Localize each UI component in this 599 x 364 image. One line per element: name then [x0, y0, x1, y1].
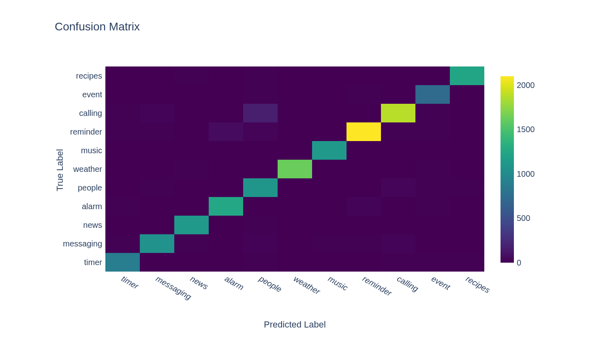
heatmap-cell[interactable] — [381, 85, 415, 104]
heatmap-cell[interactable] — [105, 216, 140, 234]
heatmap-cell[interactable] — [209, 85, 243, 104]
heatmap-cell[interactable] — [312, 234, 347, 253]
heatmap-cell[interactable] — [278, 122, 312, 141]
heatmap-cell[interactable] — [105, 85, 140, 104]
heatmap-cell[interactable] — [450, 216, 484, 234]
heatmap-cell[interactable] — [415, 85, 450, 104]
heatmap-cell[interactable] — [312, 160, 347, 178]
heatmap-cell[interactable] — [450, 66, 484, 85]
heatmap-cell[interactable] — [347, 197, 381, 216]
heatmap-cell[interactable] — [243, 66, 278, 85]
heatmap-cell[interactable] — [347, 141, 381, 160]
heatmap-cell[interactable] — [140, 85, 174, 104]
heatmap-cell[interactable] — [278, 216, 312, 234]
heatmap-cell[interactable] — [174, 253, 209, 272]
heatmap-cell[interactable] — [140, 253, 174, 272]
heatmap-cell[interactable] — [209, 253, 243, 272]
heatmap-cell[interactable] — [209, 141, 243, 160]
heatmap-cell[interactable] — [312, 141, 347, 160]
heatmap-cell[interactable] — [347, 66, 381, 85]
heatmap-cell[interactable] — [174, 160, 209, 178]
heatmap-cell[interactable] — [243, 85, 278, 104]
heatmap-cell[interactable] — [450, 85, 484, 104]
heatmap-cell[interactable] — [174, 234, 209, 253]
heatmap-cell[interactable] — [450, 122, 484, 141]
heatmap-cell[interactable] — [312, 178, 347, 197]
heatmap-cell[interactable] — [347, 253, 381, 272]
heatmap-cell[interactable] — [450, 234, 484, 253]
heatmap-cell[interactable] — [140, 104, 174, 122]
heatmap-cell[interactable] — [243, 104, 278, 122]
heatmap-cell[interactable] — [140, 160, 174, 178]
heatmap-cell[interactable] — [347, 178, 381, 197]
heatmap-cell[interactable] — [278, 66, 312, 85]
heatmap-cell[interactable] — [347, 85, 381, 104]
heatmap-cell[interactable] — [174, 141, 209, 160]
heatmap-cell[interactable] — [174, 178, 209, 197]
heatmap-cell[interactable] — [209, 234, 243, 253]
heatmap-cell[interactable] — [312, 197, 347, 216]
heatmap-cell[interactable] — [140, 234, 174, 253]
heatmap-cell[interactable] — [243, 197, 278, 216]
heatmap-cell[interactable] — [105, 160, 140, 178]
heatmap-cell[interactable] — [381, 122, 415, 141]
heatmap-cell[interactable] — [278, 178, 312, 197]
heatmap-cell[interactable] — [243, 141, 278, 160]
heatmap-cell[interactable] — [174, 122, 209, 141]
heatmap-cell[interactable] — [243, 234, 278, 253]
heatmap-cell[interactable] — [415, 66, 450, 85]
heatmap-cell[interactable] — [174, 104, 209, 122]
heatmap-cell[interactable] — [174, 66, 209, 85]
heatmap-cell[interactable] — [381, 216, 415, 234]
heatmap-cell[interactable] — [105, 178, 140, 197]
heatmap-cell[interactable] — [312, 66, 347, 85]
heatmap-cell[interactable] — [209, 160, 243, 178]
heatmap-cell[interactable] — [140, 197, 174, 216]
heatmap-cell[interactable] — [243, 253, 278, 272]
heatmap-cell[interactable] — [381, 104, 415, 122]
heatmap-cell[interactable] — [381, 66, 415, 85]
heatmap-cell[interactable] — [105, 253, 140, 272]
heatmap-cell[interactable] — [243, 122, 278, 141]
heatmap-cell[interactable] — [450, 141, 484, 160]
heatmap-cell[interactable] — [450, 104, 484, 122]
heatmap-cell[interactable] — [415, 216, 450, 234]
heatmap-cell[interactable] — [312, 104, 347, 122]
heatmap-cell[interactable] — [278, 104, 312, 122]
heatmap-cell[interactable] — [209, 197, 243, 216]
heatmap-cell[interactable] — [381, 253, 415, 272]
heatmap-cell[interactable] — [174, 197, 209, 216]
heatmap-cell[interactable] — [278, 253, 312, 272]
heatmap-cell[interactable] — [415, 122, 450, 141]
heatmap-cell[interactable] — [140, 216, 174, 234]
heatmap-cell[interactable] — [209, 104, 243, 122]
heatmap-cell[interactable] — [243, 178, 278, 197]
heatmap-cell[interactable] — [278, 85, 312, 104]
heatmap-cell[interactable] — [209, 122, 243, 141]
heatmap-cell[interactable] — [450, 160, 484, 178]
heatmap-cell[interactable] — [312, 122, 347, 141]
heatmap-cell[interactable] — [174, 85, 209, 104]
heatmap-cell[interactable] — [381, 197, 415, 216]
heatmap-cell[interactable] — [278, 141, 312, 160]
heatmap-cell[interactable] — [415, 197, 450, 216]
heatmap-cell[interactable] — [105, 122, 140, 141]
heatmap-cell[interactable] — [415, 178, 450, 197]
heatmap-cell[interactable] — [381, 234, 415, 253]
heatmap-cell[interactable] — [381, 160, 415, 178]
heatmap-cell[interactable] — [415, 104, 450, 122]
heatmap-plot-area[interactable] — [105, 66, 484, 272]
heatmap-cell[interactable] — [209, 66, 243, 85]
heatmap-cell[interactable] — [105, 197, 140, 216]
heatmap-cell[interactable] — [450, 178, 484, 197]
heatmap-cell[interactable] — [415, 234, 450, 253]
heatmap-cell[interactable] — [381, 141, 415, 160]
heatmap-cell[interactable] — [415, 160, 450, 178]
heatmap-cell[interactable] — [105, 234, 140, 253]
heatmap-cell[interactable] — [347, 122, 381, 141]
heatmap-cell[interactable] — [174, 216, 209, 234]
heatmap-cell[interactable] — [415, 253, 450, 272]
heatmap-cell[interactable] — [312, 216, 347, 234]
heatmap-cell[interactable] — [140, 178, 174, 197]
heatmap-cell[interactable] — [243, 216, 278, 234]
